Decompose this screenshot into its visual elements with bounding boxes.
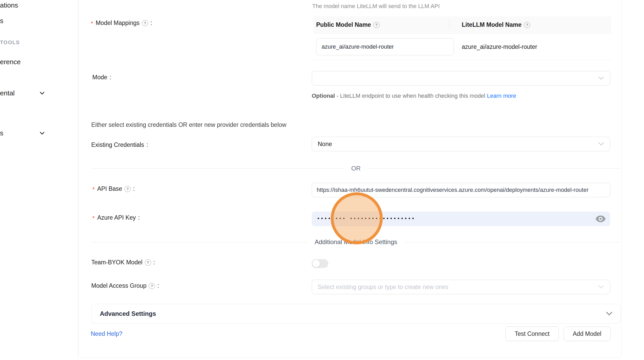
help-circle-icon[interactable] [145, 259, 151, 266]
azure-api-key-input[interactable]: •••••••• •••••••••••••••••• [312, 212, 610, 226]
model-access-group-select[interactable]: Select existing groups or type to create… [312, 280, 610, 294]
help-circle-icon[interactable] [149, 283, 155, 289]
selected-value: None [312, 137, 610, 151]
divider-text: Additional Model Info Settings [315, 238, 397, 246]
advanced-settings-label: Advanced Settings [92, 310, 156, 317]
sidebar-section-label: TOOLS [0, 40, 20, 45]
advanced-settings-collapse[interactable]: Advanced Settings [91, 304, 621, 324]
label-colon [138, 214, 140, 221]
label-text: Existing Credentials [91, 141, 144, 148]
label-text: Model Mappings [96, 19, 140, 27]
table-header-row: Public Model Name LiteLLM Model Name [314, 16, 611, 34]
credentials-note: Either select existing credentials OR en… [91, 121, 286, 128]
or-text: OR [351, 165, 361, 172]
chevron-down-icon[interactable] [39, 90, 45, 96]
divider-line [91, 168, 343, 169]
help-circle-icon[interactable] [125, 186, 131, 192]
add-model-form-card: The model name LiteLLM will send to the … [79, 0, 622, 358]
test-connect-button[interactable]: Test Connect [505, 326, 559, 341]
team-byok-label: Team-BYOK Model [91, 259, 155, 266]
sidebar-item-erence[interactable]: erence [0, 57, 21, 67]
label-text: Azure API Key [97, 214, 136, 221]
chevron-down-icon [598, 142, 604, 146]
learn-more-link[interactable]: Learn more [487, 93, 516, 99]
label-text: Model Access Group [91, 282, 146, 289]
label-text: Mode [92, 74, 107, 81]
model-mappings-table: Public Model Name LiteLLM Model Name azu… [314, 16, 611, 60]
table-row: azure_ai/azure-model-router azure_ai/azu… [314, 34, 611, 60]
team-byok-toggle[interactable] [312, 259, 328, 268]
sidebar-item-s1[interactable]: s [0, 16, 3, 26]
masked-password-dots: •••••••• [317, 215, 347, 221]
label-text: Team-BYOK Model [91, 259, 142, 266]
chevron-down-icon [598, 76, 604, 80]
label-colon [157, 282, 159, 289]
sidebar-item-s2[interactable]: s [0, 128, 3, 138]
divider-line [91, 242, 308, 242]
divider-line [404, 242, 621, 242]
sidebar-item-label: ations [0, 1, 18, 9]
existing-credentials-select[interactable]: None [312, 137, 610, 151]
help-circle-icon[interactable] [524, 22, 530, 28]
column-label: LiteLLM Model Name [462, 21, 522, 28]
api-base-label: API Base [92, 185, 135, 192]
column-divider [449, 20, 450, 30]
label-colon [110, 74, 111, 81]
add-model-page: ations s TOOLS erence ental s The model … [0, 0, 644, 360]
label-text: API Base [97, 185, 122, 192]
or-divider: OR [91, 165, 621, 172]
chevron-down-icon [598, 285, 604, 289]
help-circle-icon[interactable] [373, 22, 380, 28]
need-help-link[interactable]: Need Help? [91, 330, 122, 337]
label-colon [146, 141, 148, 148]
model-mappings-label: Model Mappings [91, 19, 152, 27]
additional-settings-divider: Additional Model Info Settings [91, 238, 621, 246]
chevron-down-icon [606, 311, 613, 316]
sidebar-item-label: ental [0, 89, 15, 97]
column-header-public-model-name: Public Model Name [314, 21, 449, 28]
label-colon [151, 19, 152, 27]
add-model-button[interactable]: Add Model [564, 326, 610, 341]
mode-select[interactable] [312, 71, 610, 86]
azure-api-key-label: Azure API Key [92, 214, 140, 221]
mode-label: Mode [92, 74, 111, 81]
api-base-input[interactable]: https://ishaa-mh6uutut-swedencentral.cog… [312, 183, 610, 197]
masked-password-dots: •••••••••••••••••• [350, 215, 416, 221]
sidebar-item-ental[interactable]: ental [0, 88, 15, 98]
mode-help-text: Optional - LiteLLM endpoint to use when … [312, 91, 525, 101]
placeholder-text: Select existing groups or type to create… [312, 280, 610, 294]
sidebar: ations s TOOLS erence ental s [0, 0, 78, 360]
sidebar-section-tools: TOOLS [0, 38, 20, 46]
chevron-down-icon[interactable] [39, 130, 45, 136]
required-asterisk [92, 185, 95, 192]
help-circle-icon[interactable] [142, 20, 148, 26]
optional-label: Optional [312, 93, 335, 99]
model-access-group-label: Model Access Group [91, 282, 159, 289]
required-asterisk [92, 214, 95, 221]
required-asterisk [91, 19, 93, 27]
sidebar-item-label: erence [0, 58, 21, 66]
sidebar-item-label: s [0, 17, 3, 25]
sidebar-item-label: s [0, 129, 3, 137]
model-name-help-text: The model name LiteLLM will send to the … [312, 3, 440, 10]
eye-icon[interactable] [596, 215, 606, 222]
label-colon [133, 185, 135, 192]
litellm-model-name-value: azure_ai/azure-model-router [462, 34, 537, 60]
column-header-litellm-model-name: LiteLLM Model Name [449, 21, 611, 28]
label-colon [153, 259, 155, 266]
help-text: - LiteLLM endpoint to use when health ch… [335, 93, 487, 99]
public-model-name-input[interactable]: azure_ai/azure-model-router [316, 38, 454, 55]
toggle-knob [312, 260, 320, 267]
column-label: Public Model Name [316, 21, 371, 28]
existing-credentials-label: Existing Credentials [91, 141, 148, 148]
divider-line [368, 168, 621, 169]
sidebar-item-ations[interactable]: ations [0, 0, 18, 10]
